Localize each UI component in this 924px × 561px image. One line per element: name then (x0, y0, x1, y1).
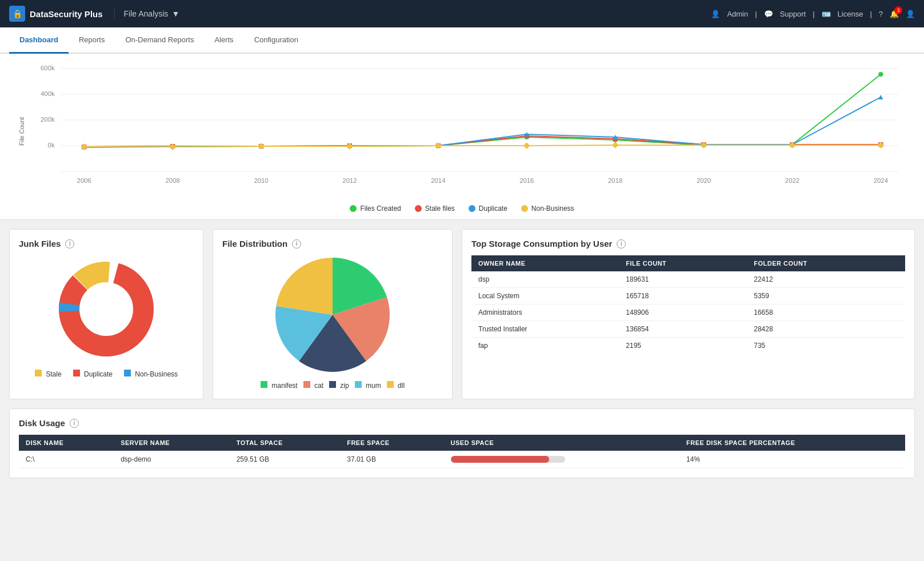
junk-files-legend: Stale Duplicate Non-Business (19, 370, 194, 378)
svg-text:2020: 2020 (697, 177, 711, 184)
server-name-cell: dsp-demo (114, 451, 230, 468)
support-icon: 💬 (764, 10, 773, 18)
owner-name: Administrators (471, 304, 619, 321)
progress-bar-wrap (451, 456, 565, 463)
svg-rect-54 (523, 142, 530, 149)
legend-dot-duplicate (469, 205, 475, 212)
col-disk-name: DISK NAME (19, 435, 114, 451)
top-storage-info-icon[interactable]: i (617, 239, 626, 249)
col-used-space: USED SPACE (444, 435, 679, 451)
license-label[interactable]: License (838, 10, 863, 18)
user-avatar[interactable]: 👤 (906, 10, 915, 18)
owner-name: Local System (471, 288, 619, 304)
main-content: File Count 600k 400k 200k 0k 2006 (0, 54, 924, 478)
svg-marker-48 (878, 95, 883, 99)
tab-configuration[interactable]: Configuration (244, 27, 309, 54)
total-space-cell: 259.51 GB (230, 451, 341, 468)
disk-name-cell: C:\ (19, 451, 114, 468)
notification-count: 3 (894, 6, 902, 14)
junk-files-title: Junk Files i (19, 239, 194, 249)
legend-cat: cat (303, 381, 323, 390)
admin-icon: 👤 (711, 10, 720, 18)
folder-count: 5359 (747, 288, 905, 304)
svg-text:2024: 2024 (874, 177, 888, 184)
stale-color (35, 370, 42, 376)
owner-name: dsp (471, 271, 619, 288)
chart-legend: Files Created Stale files Duplicate Non-… (14, 205, 910, 213)
file-count: 136854 (619, 321, 747, 338)
table-row: dsp 189631 22412 (471, 271, 905, 288)
tab-alerts[interactable]: Alerts (204, 27, 243, 54)
svg-text:2016: 2016 (519, 177, 534, 184)
file-count: 189631 (619, 271, 747, 288)
tab-on-demand-reports[interactable]: On-Demand Reports (115, 27, 204, 54)
legend-dll: dll (387, 381, 405, 390)
cards-row: Junk Files i Stale (0, 220, 924, 408)
col-free-space: FREE SPACE (340, 435, 443, 451)
junk-files-info-icon[interactable]: i (65, 239, 74, 249)
folder-count: 735 (747, 338, 905, 354)
file-count: 148906 (619, 304, 747, 321)
license-icon: 🪪 (822, 10, 831, 18)
y-axis-label: File Count (14, 63, 25, 200)
support-label[interactable]: Support (780, 10, 806, 18)
legend-dot-non-business (521, 205, 528, 212)
notification-bell[interactable]: 🔔 3 (890, 10, 899, 18)
junk-files-donut (19, 258, 194, 360)
app-name: DataSecurity Plus (30, 9, 103, 19)
svg-text:2012: 2012 (342, 177, 357, 184)
svg-text:2022: 2022 (785, 177, 799, 184)
tab-reports[interactable]: Reports (69, 27, 115, 54)
legend-mum: mum (355, 381, 381, 390)
svg-text:2014: 2014 (431, 177, 445, 184)
legend-dot-stale (415, 205, 422, 212)
legend-dot-files-created (350, 205, 357, 212)
pie-svg (275, 258, 390, 372)
table-row: Administrators 148906 16658 (471, 304, 905, 321)
tab-bar: Dashboard Reports On-Demand Reports Aler… (0, 27, 924, 54)
col-free-percent: FREE DISK SPACE PERCENTAGE (679, 435, 905, 451)
free-percent-cell: 14% (679, 451, 905, 468)
legend-files-created: Files Created (350, 205, 401, 213)
dropdown-icon[interactable]: ▼ (171, 9, 179, 18)
file-dist-legend: manifest cat zip mum dll (222, 381, 443, 390)
app-logo[interactable]: 🔒 DataSecurity Plus (9, 6, 103, 22)
table-row: Trusted Installer 136854 28428 (471, 321, 905, 338)
file-distribution-card: File Distribution i (213, 229, 453, 399)
legend-duplicate: Duplicate (469, 205, 507, 213)
disk-usage-info-icon[interactable]: i (70, 419, 79, 428)
line-chart-section: File Count 600k 400k 200k 0k 2006 (0, 54, 924, 220)
svg-text:0k: 0k (48, 142, 55, 149)
disk-usage-table: DISK NAME SERVER NAME TOTAL SPACE FREE S… (19, 435, 905, 468)
donut-svg (55, 258, 158, 360)
svg-text:400k: 400k (41, 90, 55, 97)
table-row: Local System 165718 5359 (471, 288, 905, 304)
legend-zip: zip (329, 381, 349, 390)
svg-text:2006: 2006 (77, 177, 91, 184)
file-dist-pie (222, 258, 443, 372)
line-chart-svg: 600k 400k 200k 0k 2006 2008 2010 2012 20… (25, 63, 910, 189)
tab-dashboard[interactable]: Dashboard (9, 27, 69, 54)
legend-non-business: Non-Business (124, 370, 178, 378)
junk-files-card: Junk Files i Stale (9, 229, 203, 399)
table-row: fap 2195 735 (471, 338, 905, 354)
col-folder-count: FOLDER COUNT (747, 255, 905, 271)
folder-count: 22412 (747, 271, 905, 288)
owner-name: Trusted Installer (471, 321, 619, 338)
disk-usage-section: Disk Usage i DISK NAME SERVER NAME TOTAL… (9, 408, 915, 478)
owner-name: fap (471, 338, 619, 354)
storage-table: OWNER NAME FILE COUNT FOLDER COUNT dsp 1… (471, 255, 905, 354)
admin-label[interactable]: Admin (727, 10, 748, 18)
legend-non-business: Non-Business (521, 205, 574, 213)
file-distribution-title: File Distribution i (222, 239, 443, 249)
legend-manifest: manifest (261, 381, 298, 390)
svg-text:2010: 2010 (254, 177, 268, 184)
help-button[interactable]: ? (879, 10, 883, 18)
file-dist-info-icon[interactable]: i (292, 239, 301, 249)
col-file-count: FILE COUNT (619, 255, 747, 271)
file-count: 165718 (619, 288, 747, 304)
col-server-name: SERVER NAME (114, 435, 230, 451)
file-count: 2195 (619, 338, 747, 354)
svg-text:600k: 600k (41, 65, 55, 71)
module-title[interactable]: File Analysis ▼ (114, 9, 180, 18)
